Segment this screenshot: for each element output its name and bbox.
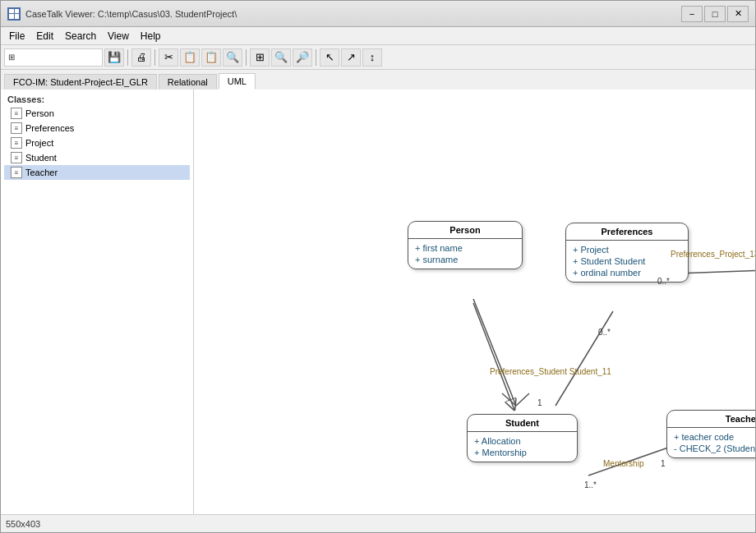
tab-uml[interactable]: UML — [219, 73, 256, 90]
tab-fcoim[interactable]: FCO-IM: Student-Project-EI_GLR — [4, 74, 157, 90]
uml-box-student[interactable]: Student + Allocation + Mentorship — [467, 414, 578, 462]
class-icon-student: ≡ — [11, 152, 22, 163]
sidebar-item-person[interactable]: ≡ Person — [4, 106, 190, 121]
pref-attr-0: + Project — [573, 244, 681, 255]
tab-bar: FCO-IM: Student-Project-EI_GLR Relationa… — [1, 70, 755, 90]
toolbar-zoom-fit[interactable]: ⊞ — [250, 48, 270, 67]
student-title: Student — [468, 415, 577, 432]
class-icon-preferences: ≡ — [11, 122, 22, 134]
toolbar-find[interactable]: 🔍 — [223, 48, 242, 67]
status-text: 550x403 — [6, 519, 40, 529]
toolbar-copy[interactable]: 📋 — [180, 48, 200, 67]
toolbar-separator-3 — [246, 49, 247, 66]
main-window: CaseTalk Viewer: C:\temp\Casus\03. Stude… — [0, 0, 756, 533]
toolbar-separator-4 — [316, 49, 316, 66]
mult-ment-right: 1 — [661, 459, 666, 468]
pref-attr-1: + Student Student — [573, 255, 681, 267]
canvas-area[interactable]: Person + first name + surname Preference… — [194, 90, 755, 514]
preferences-body: + Project + Student Student + ordinal nu… — [566, 241, 688, 282]
sidebar-item-student[interactable]: ≡ Student — [4, 150, 190, 165]
mult-pref-proj-left: 0..* — [657, 277, 670, 286]
person-attr-0: + first name — [415, 242, 515, 254]
uml-box-teacher[interactable]: Teacher + teacher code - CHECK_2 (Studen… — [666, 410, 755, 458]
uml-box-person[interactable]: Person + first name + surname — [408, 221, 523, 269]
student-attr-0: + Allocation — [474, 435, 570, 447]
person-title: Person — [408, 222, 522, 239]
class-icon-teacher: ≡ — [11, 167, 22, 178]
person-attr-1: + surname — [415, 254, 515, 265]
class-icon-person: ≡ — [11, 108, 22, 119]
window-title: CaseTalk Viewer: C:\temp\Casus\03. Stude… — [25, 9, 237, 19]
sidebar-item-teacher[interactable]: ≡ Teacher — [4, 165, 190, 180]
menu-view[interactable]: View — [103, 29, 134, 44]
toolbar-save[interactable]: 💾 — [104, 48, 124, 67]
toolbar-combo[interactable]: ⊞ — [4, 48, 103, 67]
svg-line-0 — [473, 303, 514, 410]
toolbar-cut[interactable]: ✂ — [159, 48, 178, 67]
toolbar-paste[interactable]: 📋 — [201, 48, 221, 67]
toolbar-zoom-in[interactable]: 🔎 — [293, 48, 312, 67]
label-pref-student: Preferences_Student Student_11 — [490, 367, 611, 376]
sidebar: Classes: ≡ Person ≡ Preferences ≡ Projec… — [1, 90, 194, 514]
menu-bar: File Edit Search View Help — [1, 27, 755, 45]
teacher-title: Teacher — [667, 411, 755, 428]
student-attr-1: + Mentorship — [474, 447, 570, 458]
menu-edit[interactable]: Edit — [31, 29, 58, 44]
title-bar: CaseTalk Viewer: C:\temp\Casus\03. Stude… — [1, 1, 755, 27]
maximize-button[interactable]: □ — [704, 6, 726, 22]
person-body: + first name + surname — [408, 239, 522, 269]
mult-ment-left: 1..* — [584, 480, 597, 489]
mult-pref-stud-top: 0..* — [598, 328, 611, 337]
minimize-button[interactable]: − — [681, 6, 703, 22]
status-bar: 550x403 — [1, 514, 755, 532]
svg-line-2 — [555, 311, 613, 406]
student-body: + Allocation + Mentorship — [468, 432, 577, 462]
menu-file[interactable]: File — [4, 29, 30, 44]
preferences-title: Preferences — [566, 223, 688, 241]
toolbar-tool3[interactable]: ↕ — [362, 48, 382, 67]
toolbar-zoom-out[interactable]: 🔍 — [271, 48, 291, 67]
toolbar-separator-2 — [154, 49, 155, 66]
main-content: Classes: ≡ Person ≡ Preferences ≡ Projec… — [1, 90, 755, 514]
toolbar-arrow[interactable]: ↗ — [341, 48, 361, 67]
mult-pref-stud-bottom: 1 — [537, 398, 542, 407]
sidebar-item-project[interactable]: ≡ Project — [4, 136, 190, 150]
menu-search[interactable]: Search — [60, 29, 101, 44]
title-bar-left: CaseTalk Viewer: C:\temp\Casus\03. Stude… — [7, 7, 237, 21]
tab-relational[interactable]: Relational — [159, 74, 217, 90]
label-pref-project: Preferences_Project_13 — [671, 250, 755, 259]
toolbar-print[interactable]: 🖨 — [131, 48, 151, 67]
teacher-body: + teacher code - CHECK_2 (Student, Proje… — [667, 428, 755, 457]
svg-line-5 — [473, 299, 516, 406]
app-icon — [7, 7, 21, 21]
sidebar-title: Classes: — [4, 93, 190, 106]
menu-help[interactable]: Help — [136, 29, 166, 44]
toolbar-pointer[interactable]: ↖ — [320, 48, 339, 67]
teacher-attr-0: + teacher code — [674, 431, 755, 443]
title-controls: − □ ✕ — [681, 6, 749, 22]
teacher-attr-1: - CHECK_2 (Student, Project) — [674, 443, 755, 454]
toolbar: ⊞ 💾 🖨 ✂ 📋 📋 🔍 ⊞ 🔍 🔎 ↖ ↗ ↕ — [1, 45, 755, 70]
label-mentorship: Mentorship — [603, 459, 643, 468]
toolbar-separator-1 — [127, 49, 128, 66]
close-button[interactable]: ✕ — [727, 6, 749, 22]
sidebar-item-preferences[interactable]: ≡ Preferences — [4, 121, 190, 136]
class-icon-project: ≡ — [11, 137, 22, 149]
